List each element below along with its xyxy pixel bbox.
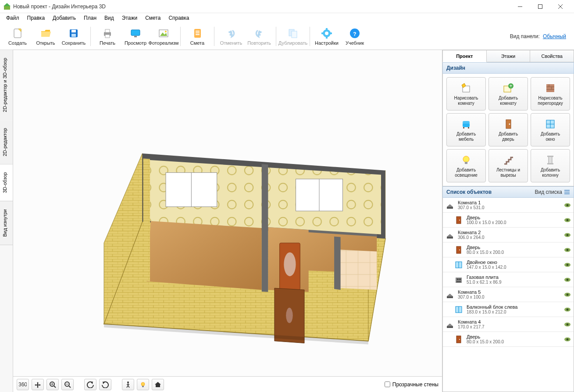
left-tab-2[interactable]: 3D-обзор bbox=[0, 164, 13, 201]
svg-rect-32 bbox=[330, 32, 332, 34]
zoom-out-button[interactable] bbox=[61, 379, 74, 390]
svg-point-121 bbox=[567, 249, 569, 251]
object-item[interactable]: Дверь80.0 x 15.0 x 200.0 bbox=[443, 332, 574, 347]
preview-button[interactable]: Просмотр bbox=[121, 24, 150, 49]
orbit-right-button[interactable] bbox=[99, 379, 111, 390]
object-item[interactable]: Двойное окно147.0 x 15.0 x 142.0 bbox=[443, 257, 574, 272]
visibility-toggle[interactable] bbox=[564, 217, 571, 223]
photorealism-button[interactable]: Фотореализм bbox=[150, 24, 178, 49]
minimize-button[interactable] bbox=[510, 0, 530, 13]
visibility-toggle[interactable] bbox=[564, 203, 571, 208]
svg-rect-104 bbox=[564, 192, 570, 192]
menu-этажи[interactable]: Этажи bbox=[118, 14, 141, 22]
zoom-in-button[interactable] bbox=[46, 379, 59, 390]
maximize-button[interactable] bbox=[530, 0, 550, 13]
print-button[interactable]: Печать bbox=[93, 24, 121, 49]
menubar: ФайлПравкаДобавитьПланВидЭтажиСметаСправ… bbox=[0, 13, 574, 23]
left-tab-1[interactable]: 2D-редактор bbox=[0, 120, 13, 164]
left-tab-0[interactable]: 2D-редактор и 3D-обзор bbox=[0, 50, 13, 120]
design-add-door[interactable]: Добавитьдверь bbox=[488, 113, 528, 146]
object-item[interactable]: Дверь100.0 x 15.0 x 200.0 bbox=[443, 213, 574, 228]
panel-mode-link[interactable]: Обычный bbox=[543, 33, 566, 39]
floorplan-3d-illustration bbox=[35, 60, 421, 367]
object-name: Дверь bbox=[467, 245, 560, 250]
walk-button[interactable] bbox=[122, 379, 134, 390]
new-file-icon bbox=[11, 27, 24, 39]
close-button[interactable] bbox=[550, 0, 570, 13]
svg-point-94 bbox=[509, 123, 510, 125]
object-item[interactable]: Комната 2306.0 x 264.0 bbox=[443, 228, 574, 242]
design-add-light[interactable]: Добавитьосвещение bbox=[446, 149, 486, 182]
door-icon bbox=[454, 335, 463, 344]
object-dimensions: 80.0 x 15.0 x 200.0 bbox=[467, 339, 560, 344]
object-item[interactable]: Комната 1307.0 x 531.0 bbox=[443, 198, 574, 213]
redo-icon bbox=[253, 27, 265, 39]
tutorial-button[interactable]: ? Учебник bbox=[341, 24, 369, 49]
object-name: Дверь bbox=[467, 215, 560, 220]
transparent-walls-checkbox[interactable]: Прозрачные стены bbox=[385, 381, 439, 388]
lighting-button[interactable] bbox=[137, 379, 149, 390]
objects-list: Комната 1307.0 x 531.0Дверь100.0 x 15.0 … bbox=[442, 198, 574, 392]
svg-rect-21 bbox=[196, 32, 200, 33]
settings-button[interactable]: Настройки bbox=[313, 24, 341, 49]
svg-point-109 bbox=[567, 204, 569, 206]
object-item[interactable]: Комната 5307.0 x 100.0 bbox=[443, 287, 574, 302]
undo-icon bbox=[225, 27, 237, 39]
visibility-toggle[interactable] bbox=[564, 232, 571, 238]
door-icon bbox=[454, 216, 463, 225]
duplicate-button[interactable]: Дублировать bbox=[279, 24, 307, 49]
object-item[interactable]: Балконный блок слева183.0 x 15.0 x 212.0 bbox=[443, 302, 574, 317]
object-item[interactable]: Газовая плита51.0 x 62.1 x 86.9 bbox=[443, 272, 574, 287]
right-tab-проект[interactable]: Проект bbox=[442, 50, 487, 62]
object-dimensions: 307.0 x 531.0 bbox=[458, 205, 560, 210]
estimate-button[interactable]: Смета bbox=[183, 24, 211, 49]
open-button[interactable]: Открыть bbox=[32, 24, 60, 49]
design-draw-room[interactable]: Нарисоватькомнату bbox=[446, 77, 486, 110]
visibility-toggle[interactable] bbox=[564, 292, 571, 297]
right-tab-этажи[interactable]: Этажи bbox=[487, 50, 531, 62]
separator bbox=[276, 27, 276, 46]
right-tab-свойства[interactable]: Свойства bbox=[530, 50, 574, 62]
design-add-column[interactable]: Добавитьколонну bbox=[531, 149, 570, 182]
menu-добавить[interactable]: Добавить bbox=[49, 14, 79, 22]
redo-button[interactable]: Повторить bbox=[245, 24, 273, 49]
save-button[interactable]: Сохранить bbox=[60, 24, 88, 49]
design-add-furniture[interactable]: Добавитьмебель bbox=[446, 113, 486, 146]
design-stairs[interactable]: Лестницы ивырезы bbox=[488, 149, 528, 182]
visibility-toggle[interactable] bbox=[564, 307, 571, 312]
menu-смета[interactable]: Смета bbox=[142, 14, 164, 22]
viewport-3d[interactable] bbox=[13, 50, 442, 376]
svg-marker-115 bbox=[447, 234, 453, 237]
notebook-icon bbox=[191, 27, 203, 39]
design-draw-partition[interactable]: Нарисоватьперегородку bbox=[531, 77, 570, 110]
object-item[interactable]: Дверь80.0 x 15.0 x 200.0 bbox=[443, 242, 574, 257]
pan-button[interactable] bbox=[32, 379, 44, 390]
svg-rect-101 bbox=[547, 156, 553, 157]
home-button[interactable] bbox=[152, 379, 164, 390]
visibility-toggle[interactable] bbox=[564, 277, 571, 282]
orbit-left-button[interactable] bbox=[84, 379, 96, 390]
undo-button[interactable]: Отменить bbox=[217, 24, 245, 49]
svg-rect-92 bbox=[468, 127, 469, 128]
visibility-toggle[interactable] bbox=[564, 337, 571, 342]
visibility-toggle[interactable] bbox=[564, 247, 571, 253]
object-dimensions: 170.0 x 217.7 bbox=[458, 324, 560, 329]
design-add-room[interactable]: +Добавитькомнату bbox=[488, 77, 528, 110]
object-name: Дверь bbox=[467, 334, 560, 339]
svg-point-18 bbox=[165, 31, 167, 32]
object-item[interactable]: Комната 4170.0 x 217.7 bbox=[443, 317, 574, 332]
visibility-toggle[interactable] bbox=[564, 322, 571, 327]
rotate-360-button[interactable]: 360 bbox=[17, 379, 29, 390]
menu-правка[interactable]: Правка bbox=[24, 14, 49, 22]
list-view-icon[interactable] bbox=[564, 189, 570, 195]
left-tab-3[interactable]: Вид изнутри bbox=[0, 201, 13, 245]
separator bbox=[310, 27, 310, 46]
menu-справка[interactable]: Справка bbox=[165, 14, 193, 22]
menu-вид[interactable]: Вид bbox=[101, 14, 118, 22]
create-button[interactable]: Создать bbox=[4, 24, 32, 49]
menu-план[interactable]: План bbox=[80, 14, 100, 22]
design-add-window[interactable]: Добавитьокно bbox=[531, 113, 570, 146]
menu-файл[interactable]: Файл bbox=[3, 14, 23, 22]
visibility-toggle[interactable] bbox=[564, 262, 571, 267]
transparent-walls-input[interactable] bbox=[385, 381, 390, 387]
